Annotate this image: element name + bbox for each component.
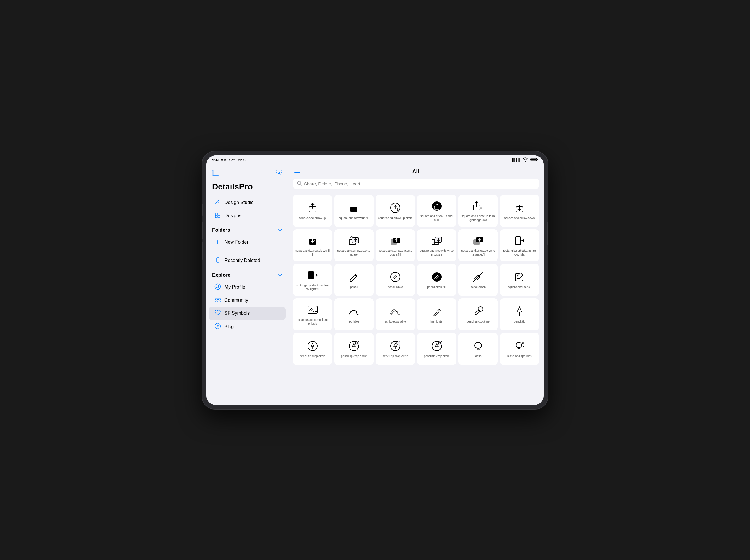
icon-cell-square.and.arrow.up[interactable]: square.and.arrow.up (293, 195, 332, 227)
more-options[interactable]: ··· (531, 169, 538, 175)
icon-cell-pencil.tip.crop.circle.badge.minus[interactable]: pencil.tip.crop.circle (376, 333, 415, 365)
side-button-mute (202, 204, 203, 216)
icons-grid: square.and.arrow.up square.and.arrow.up.… (288, 192, 544, 405)
svg-point-29 (481, 209, 481, 209)
icon-cell-lasso.and.sparkles[interactable]: lasso.and.sparkles (500, 333, 539, 365)
search-input[interactable] (304, 181, 535, 186)
sidebar-item-community[interactable]: Community (209, 294, 285, 307)
pencil-circle-icon (389, 270, 402, 283)
icon-cell-square.and.arrow.up.on.square[interactable]: square.and.arrow.up.on.square (334, 229, 373, 262)
pencil-tip-icon (513, 305, 526, 318)
icon-cell-square.and.arrow.down.fill[interactable]: square.and.arrow.do wn.fill (293, 229, 332, 262)
icon-cell-highlighter[interactable]: highlighter (417, 298, 456, 331)
square-pencil-icon (513, 270, 526, 283)
icon-cell-square.and.arrow.up.fill[interactable]: square.and.arrow.up.fill (334, 195, 373, 227)
status-bar: 9:41 AM Sat Feb 5 ▐▌▌▌ (206, 155, 544, 165)
icon-label-rectangle.and.pencil.and.ellipsis: rectangle.and.penci l.and.ellipsis (295, 318, 330, 326)
share-up-circle-icon (389, 201, 402, 214)
svg-point-14 (219, 298, 221, 300)
svg-point-50 (478, 307, 483, 311)
pencil-icon (214, 199, 221, 206)
svg-rect-9 (215, 215, 217, 217)
app-title: DetailsPro (206, 182, 288, 196)
icon-cell-rectangle.and.pencil.and.ellipsis[interactable]: rectangle.and.penci l.and.ellipsis (293, 298, 332, 331)
main-content: All ··· square.and.arrow.up (288, 165, 544, 405)
icon-cell-pencil.circle.fill[interactable]: pencil.circle.fill (417, 264, 456, 296)
search-bar[interactable] (293, 179, 539, 189)
icon-cell-pencil.tip.crop.circle.badge.plus[interactable]: pencil.tip.crop.circle (334, 333, 373, 365)
icon-label-square.and.arrow.down: square.and.arrow.down (504, 216, 535, 220)
icon-cell-square.and.arrow.up.circle.fill[interactable]: square.and.arrow.up.circle.fill (417, 195, 456, 227)
icon-cell-pencil.and.outline[interactable]: pencil.and.outline (458, 298, 497, 331)
icon-cell-pencil.tip.crop.circle.badge.arrow.up[interactable]: pencil.tip.crop.circle (417, 333, 456, 365)
icon-cell-rectangle.portrait.and.arrow.right.fill[interactable]: rectangle.portrait.a nd.arrow.right.fill (293, 264, 332, 296)
icon-label-scribble: scribble (349, 320, 359, 324)
blog-label: Blog (224, 324, 234, 329)
svg-point-13 (216, 298, 218, 300)
sidebar-item-recently-deleted[interactable]: Recently Deleted (209, 254, 285, 268)
battery-icon (530, 158, 538, 163)
list-icon[interactable] (294, 168, 301, 175)
icon-label-pencil.circle.fill: pencil.circle.fill (427, 285, 446, 289)
icon-label-rectangle.portrait.and.arrow.right: rectangle.portrait.a nd.arrow.right (502, 249, 537, 256)
pencil-tip-circle-arrow-icon (430, 339, 443, 352)
icon-cell-pencil.tip[interactable]: pencil.tip (500, 298, 539, 331)
icon-cell-pencil.tip.crop.circle[interactable]: pencil.tip.crop.circle (293, 333, 332, 365)
recently-deleted-label: Recently Deleted (224, 258, 260, 263)
icon-cell-square.and.arrow.down.on.square[interactable]: square.and.arrow.do wn.on.square (417, 229, 456, 262)
icon-label-pencil.tip.crop.circle.badge.plus: pencil.tip.crop.circle (341, 354, 367, 358)
share-up-warning-icon (472, 200, 485, 212)
sidebar-item-designs[interactable]: Designs (209, 209, 285, 223)
share-down-on-square-icon (430, 234, 443, 247)
designs-label: Designs (224, 213, 241, 219)
sidebar-toggle-button[interactable] (212, 170, 219, 177)
sidebar-divider-1 (212, 251, 282, 251)
folders-title: Folders (212, 227, 230, 233)
icon-cell-scribble.variable[interactable]: scribble.variable (376, 298, 415, 331)
rect-arrow-right-fill-icon (306, 269, 319, 282)
sidebar-item-blog[interactable]: Blog (209, 320, 285, 334)
icon-cell-square.and.arrow.down.on.square.fill[interactable]: square.and.arrow.do wn.on.square.fill (458, 229, 497, 262)
scribble-icon (348, 305, 360, 318)
design-studio-label: Design Studio (224, 200, 254, 205)
wifi-icon (522, 158, 528, 163)
settings-button[interactable] (276, 169, 282, 178)
ipad-screen: 9:41 AM Sat Feb 5 ▐▌▌▌ (206, 155, 544, 405)
pencil-circle-fill-icon (430, 270, 443, 283)
icon-cell-square.and.arrow.up.trianglebadge.exc[interactable]: square.and.arrow.up.trianglebadge.exc (458, 195, 497, 227)
share-up-on-square-icon (348, 234, 360, 247)
new-folder-label: New Folder (224, 240, 249, 245)
trash-icon (214, 257, 221, 265)
side-button-volume-down (202, 242, 203, 260)
icon-cell-pencil.circle[interactable]: pencil.circle (376, 264, 415, 296)
icon-label-pencil.tip: pencil.tip (514, 320, 525, 324)
compass-icon (214, 323, 221, 331)
sidebar-item-design-studio[interactable]: Design Studio (209, 196, 285, 209)
icon-label-pencil.and.outline: pencil.and.outline (467, 320, 490, 324)
signal-icon: ▐▌▌▌ (511, 158, 521, 162)
folders-chevron[interactable] (278, 228, 282, 232)
lasso-sparkles-icon (513, 339, 526, 352)
sidebar-item-sf-symbols[interactable]: SF Symbols (209, 307, 285, 320)
icon-cell-square.and.pencil[interactable]: square.and.pencil (500, 264, 539, 296)
svg-point-12 (217, 285, 219, 287)
icon-cell-square.and.arrow.down[interactable]: square.and.arrow.down (500, 195, 539, 227)
side-button-volume-up (202, 222, 203, 239)
icon-cell-rectangle.portrait.and.arrow.right[interactable]: rectangle.portrait.a nd.arrow.right (500, 229, 539, 262)
icon-cell-scribble[interactable]: scribble (334, 298, 373, 331)
icon-cell-square.and.arrow.up.on.square.fill[interactable]: square.and.arrow.u p.on.square.fill (376, 229, 415, 262)
grid-icon (214, 212, 221, 220)
icon-cell-pencil.slash[interactable]: pencil.slash (458, 264, 497, 296)
icon-cell-lasso[interactable]: lasso (458, 333, 497, 365)
explore-chevron[interactable] (278, 273, 282, 277)
icon-label-square.and.arrow.up.on.square.fill: square.and.arrow.u p.on.square.fill (378, 249, 413, 256)
app-container: DetailsPro Design Studio (206, 165, 544, 405)
icon-cell-square.and.arrow.up.circle[interactable]: square.and.arrow.up.circle (376, 195, 415, 227)
status-date: Sat Feb 5 (229, 158, 245, 162)
sidebar-item-new-folder[interactable]: + New Folder (209, 235, 285, 249)
sidebar-item-my-profile[interactable]: My Profile (209, 281, 285, 294)
icon-cell-pencil[interactable]: pencil (334, 264, 373, 296)
svg-point-43 (432, 272, 441, 282)
svg-point-6 (278, 172, 280, 173)
main-header: All ··· (288, 165, 544, 179)
